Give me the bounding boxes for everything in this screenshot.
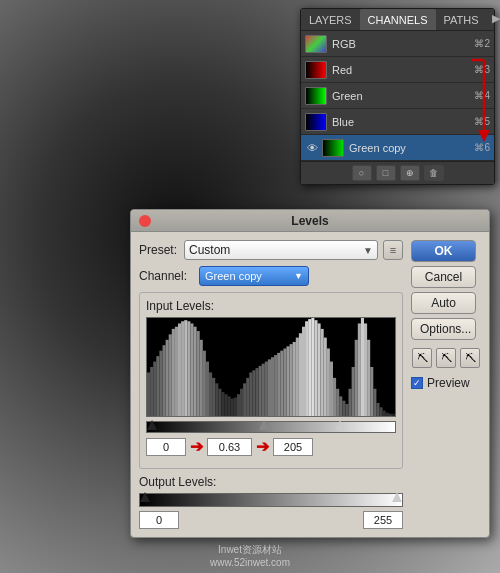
svg-rect-81 bbox=[367, 340, 370, 416]
save-selection-button[interactable]: ⊕ bbox=[400, 165, 420, 181]
channel-row-red[interactable]: Red ⌘3 bbox=[301, 57, 494, 83]
svg-rect-38 bbox=[234, 397, 237, 416]
svg-rect-21 bbox=[181, 321, 184, 416]
svg-rect-76 bbox=[352, 367, 355, 416]
auto-button[interactable]: Auto bbox=[411, 292, 476, 314]
preset-dropdown-arrow: ▼ bbox=[363, 245, 373, 256]
svg-rect-40 bbox=[240, 389, 243, 416]
input-min-value[interactable]: 0 bbox=[146, 438, 186, 456]
channel-row-rgb[interactable]: RGB ⌘2 bbox=[301, 31, 494, 57]
svg-rect-22 bbox=[184, 320, 187, 416]
tab-paths[interactable]: PATHS bbox=[436, 9, 487, 30]
channels-panel: LAYERS CHANNELS PATHS ▶ RGB ⌘2 Red ⌘3 Gr… bbox=[300, 8, 495, 185]
options-button[interactable]: Options... bbox=[411, 318, 476, 340]
panel-tabs: LAYERS CHANNELS PATHS ▶ bbox=[301, 9, 494, 31]
visibility-eye-icon[interactable]: 👁 bbox=[305, 141, 319, 155]
preview-row: ✓ Preview bbox=[411, 376, 481, 390]
input-max-value[interactable]: 205 bbox=[273, 438, 313, 456]
svg-rect-35 bbox=[225, 394, 228, 416]
svg-rect-69 bbox=[330, 362, 333, 416]
levels-buttons: OK Cancel Auto Options... ⛏ ⛏ ⛏ ✓ Previe… bbox=[411, 240, 481, 529]
white-point-eyedropper[interactable]: ⛏ bbox=[460, 348, 480, 368]
svg-rect-87 bbox=[386, 413, 389, 416]
delete-channel-button[interactable]: 🗑 bbox=[424, 165, 444, 181]
svg-rect-62 bbox=[308, 319, 311, 416]
svg-rect-23 bbox=[187, 321, 190, 416]
input-values-row: 0 ➔ 0.63 ➔ 205 bbox=[146, 437, 396, 456]
svg-rect-34 bbox=[221, 392, 224, 416]
ok-button[interactable]: OK bbox=[411, 240, 476, 262]
svg-rect-12 bbox=[153, 362, 156, 416]
svg-rect-57 bbox=[293, 342, 296, 416]
svg-rect-49 bbox=[268, 359, 271, 416]
svg-rect-88 bbox=[389, 414, 392, 416]
svg-rect-85 bbox=[380, 407, 383, 416]
white-point-handle[interactable] bbox=[335, 420, 345, 430]
preset-select[interactable]: Custom ▼ bbox=[184, 240, 378, 260]
dialog-close-button[interactable] bbox=[139, 215, 151, 227]
svg-rect-18 bbox=[172, 329, 175, 416]
preview-label: Preview bbox=[427, 376, 470, 390]
new-channel-button[interactable]: ○ bbox=[352, 165, 372, 181]
svg-rect-61 bbox=[305, 321, 308, 416]
svg-rect-50 bbox=[271, 357, 274, 416]
channel-row-green-copy[interactable]: 👁 Green copy ⌘6 bbox=[301, 135, 494, 161]
output-min-value[interactable]: 0 bbox=[139, 511, 179, 529]
output-max-value[interactable]: 255 bbox=[363, 511, 403, 529]
preset-row: Preset: Custom ▼ ≡ bbox=[139, 240, 403, 260]
channel-select-row: Channel: Green copy ▼ bbox=[139, 266, 403, 286]
svg-rect-67 bbox=[324, 338, 327, 416]
svg-rect-71 bbox=[336, 389, 339, 416]
svg-rect-52 bbox=[277, 353, 280, 416]
input-levels-slider[interactable] bbox=[146, 421, 396, 433]
svg-rect-56 bbox=[290, 344, 293, 416]
output-black-handle[interactable] bbox=[140, 492, 150, 502]
channel-dropdown[interactable]: Green copy ▼ bbox=[199, 266, 309, 286]
preset-settings-button[interactable]: ≡ bbox=[383, 240, 403, 260]
svg-rect-28 bbox=[203, 351, 206, 416]
svg-rect-60 bbox=[302, 327, 305, 416]
levels-title: Levels bbox=[291, 214, 328, 228]
svg-rect-20 bbox=[178, 323, 181, 416]
channel-label: Channel: bbox=[139, 269, 194, 283]
channel-shortcut-green-copy: ⌘6 bbox=[474, 142, 490, 153]
svg-rect-68 bbox=[327, 348, 330, 416]
black-point-eyedropper[interactable]: ⛏ bbox=[412, 348, 432, 368]
svg-rect-36 bbox=[228, 396, 231, 416]
tab-layers[interactable]: LAYERS bbox=[301, 9, 360, 30]
svg-rect-32 bbox=[215, 383, 218, 416]
output-values-row: 0 255 bbox=[139, 511, 403, 529]
svg-rect-27 bbox=[200, 340, 203, 416]
output-levels-slider[interactable] bbox=[139, 493, 403, 507]
svg-rect-86 bbox=[383, 411, 386, 416]
cancel-button[interactable]: Cancel bbox=[411, 266, 476, 288]
svg-rect-83 bbox=[373, 389, 376, 416]
channel-thumb-green bbox=[305, 87, 327, 105]
svg-rect-37 bbox=[231, 399, 234, 416]
svg-rect-31 bbox=[212, 378, 215, 416]
preview-checkbox[interactable]: ✓ bbox=[411, 377, 423, 389]
channel-row-blue[interactable]: Blue ⌘5 bbox=[301, 109, 494, 135]
svg-rect-75 bbox=[349, 389, 352, 416]
tab-channels[interactable]: CHANNELS bbox=[360, 9, 436, 30]
svg-rect-63 bbox=[311, 318, 314, 416]
channel-row-green[interactable]: Green ⌘4 bbox=[301, 83, 494, 109]
channel-name-green-copy: Green copy bbox=[349, 142, 470, 154]
load-selection-button[interactable]: □ bbox=[376, 165, 396, 181]
panel-menu-arrow[interactable]: ▶ bbox=[487, 9, 500, 30]
channel-thumb-rgb bbox=[305, 35, 327, 53]
channel-name-green: Green bbox=[332, 90, 470, 102]
gray-point-eyedropper[interactable]: ⛏ bbox=[436, 348, 456, 368]
black-point-handle[interactable] bbox=[147, 420, 157, 430]
output-white-handle[interactable] bbox=[392, 492, 402, 502]
channel-shortcut-rgb: ⌘2 bbox=[474, 38, 490, 49]
channel-shortcut-red: ⌘3 bbox=[474, 64, 490, 75]
svg-rect-13 bbox=[156, 356, 159, 416]
svg-rect-84 bbox=[376, 403, 379, 416]
svg-rect-54 bbox=[283, 348, 286, 416]
svg-rect-41 bbox=[243, 383, 246, 416]
histogram bbox=[146, 317, 396, 417]
input-mid-value[interactable]: 0.63 bbox=[207, 438, 252, 456]
svg-rect-82 bbox=[370, 367, 373, 416]
midpoint-handle[interactable] bbox=[259, 420, 269, 430]
